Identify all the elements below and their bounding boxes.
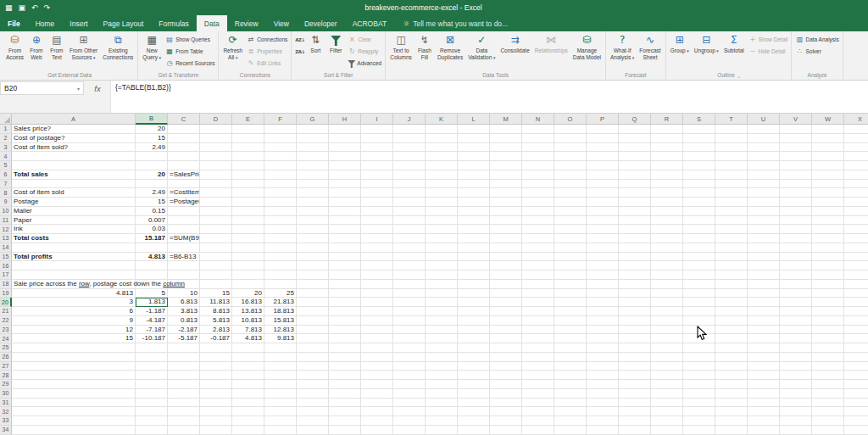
cell-w15[interactable] (812, 253, 844, 262)
cell-m30[interactable] (490, 389, 522, 399)
cell-q3[interactable] (619, 143, 651, 153)
cell-e20[interactable]: 16.813 (232, 298, 264, 307)
cell-w2[interactable] (812, 134, 844, 143)
cell-q8[interactable] (619, 188, 651, 198)
cell-f11[interactable] (264, 216, 297, 226)
cell-t11[interactable] (715, 216, 748, 226)
cell-i22[interactable] (361, 316, 393, 326)
cell-u10[interactable] (748, 207, 780, 216)
cell-c14[interactable] (168, 243, 200, 253)
cell-t29[interactable] (715, 380, 748, 389)
cell-m24[interactable] (490, 334, 522, 343)
cell-j6[interactable] (393, 170, 426, 180)
cell-e1[interactable] (232, 125, 264, 134)
cell-t33[interactable] (715, 416, 748, 426)
cell-f15[interactable] (264, 253, 297, 262)
cell-t13[interactable] (715, 234, 748, 243)
cell-l12[interactable] (458, 225, 490, 234)
col-header-g[interactable]: G (297, 114, 329, 125)
cell-o26[interactable] (554, 353, 587, 362)
row-header-5[interactable]: 5 (0, 161, 12, 170)
cell-j15[interactable] (393, 253, 426, 262)
cell-p9[interactable] (587, 198, 619, 207)
cell-v8[interactable] (780, 188, 812, 198)
cell-m7[interactable] (490, 180, 522, 189)
cell-u24[interactable] (748, 334, 780, 343)
col-header-k[interactable]: K (426, 114, 458, 125)
cell-v12[interactable] (780, 225, 812, 234)
col-header-e[interactable]: E (232, 114, 264, 125)
cell-o13[interactable] (554, 234, 587, 243)
cell-d32[interactable] (200, 407, 232, 416)
cell-q30[interactable] (619, 389, 651, 399)
cell-t10[interactable] (715, 207, 748, 216)
tab-formulas[interactable]: Formulas (151, 15, 196, 31)
ribbon-button-show-detail[interactable]: +Show Detail (747, 34, 790, 45)
cell-c32[interactable] (168, 407, 200, 416)
cell-x21[interactable] (844, 307, 868, 316)
cell-p34[interactable] (587, 426, 619, 435)
cell-b27[interactable] (136, 362, 168, 371)
cell-e13[interactable] (232, 234, 264, 243)
cell-s30[interactable] (683, 389, 715, 399)
cell-n29[interactable] (522, 380, 554, 389)
cell-k30[interactable] (426, 389, 458, 399)
ribbon-button-text-to-columns[interactable]: ◫Text toColumns (387, 31, 415, 72)
cell-a29[interactable] (12, 380, 136, 389)
cell-j25[interactable] (393, 343, 426, 353)
cell-a6[interactable]: Total sales (12, 170, 136, 180)
cell-a23[interactable]: 12 (12, 326, 136, 335)
cell-a1[interactable]: Sales price? (12, 125, 136, 134)
cell-k24[interactable] (426, 334, 458, 343)
cell-m15[interactable] (490, 253, 522, 262)
cell-g18[interactable] (297, 280, 329, 289)
cell-r10[interactable] (651, 207, 683, 216)
cell-e23[interactable]: 7.813 (232, 326, 264, 335)
cell-n4[interactable] (522, 152, 554, 161)
cell-o9[interactable] (554, 198, 587, 207)
cell-j10[interactable] (393, 207, 426, 216)
cell-e6[interactable] (232, 170, 264, 180)
cell-w9[interactable] (812, 198, 844, 207)
cell-n21[interactable] (522, 307, 554, 316)
col-header-a[interactable]: A (12, 114, 136, 125)
cell-i33[interactable] (361, 416, 393, 426)
cell-e3[interactable] (232, 143, 264, 153)
cell-b4[interactable] (136, 152, 168, 161)
cell-m29[interactable] (490, 380, 522, 389)
cell-r18[interactable] (651, 280, 683, 289)
cell-o30[interactable] (554, 389, 587, 399)
cell-b12[interactable]: 0.03 (136, 225, 168, 234)
cell-i28[interactable] (361, 371, 393, 380)
cell-i31[interactable] (361, 399, 393, 408)
cell-o10[interactable] (554, 207, 587, 216)
cell-j16[interactable] (393, 261, 426, 270)
cell-j14[interactable] (393, 243, 426, 253)
ribbon-button-data-analysis[interactable]: ▥Data Analysis (793, 34, 840, 45)
cell-x27[interactable] (844, 362, 868, 371)
cell-t22[interactable] (715, 316, 748, 326)
row-header-14[interactable]: 14 (0, 243, 12, 253)
cell-m31[interactable] (490, 399, 522, 408)
cell-h15[interactable] (329, 253, 361, 262)
cell-w7[interactable] (812, 180, 844, 189)
cell-p32[interactable] (587, 407, 619, 416)
col-header-f[interactable]: F (264, 114, 297, 125)
cell-u27[interactable] (748, 362, 780, 371)
cell-g11[interactable] (297, 216, 329, 226)
cell-d19[interactable]: 15 (200, 289, 232, 298)
cell-h7[interactable] (329, 180, 361, 189)
cell-c13[interactable]: =SUM(B9:B12) (168, 234, 200, 243)
cell-h18[interactable] (329, 280, 361, 289)
cell-m21[interactable] (490, 307, 522, 316)
cell-w19[interactable] (812, 289, 844, 298)
cell-o16[interactable] (554, 261, 587, 270)
cell-x24[interactable] (844, 334, 868, 343)
cell-f21[interactable]: 18.813 (264, 307, 297, 316)
cell-m14[interactable] (490, 243, 522, 253)
row-header-17[interactable]: 17 (0, 270, 12, 280)
cell-q7[interactable] (619, 180, 651, 189)
cell-n27[interactable] (522, 362, 554, 371)
cell-n6[interactable] (522, 170, 554, 180)
cell-d31[interactable] (200, 399, 232, 408)
